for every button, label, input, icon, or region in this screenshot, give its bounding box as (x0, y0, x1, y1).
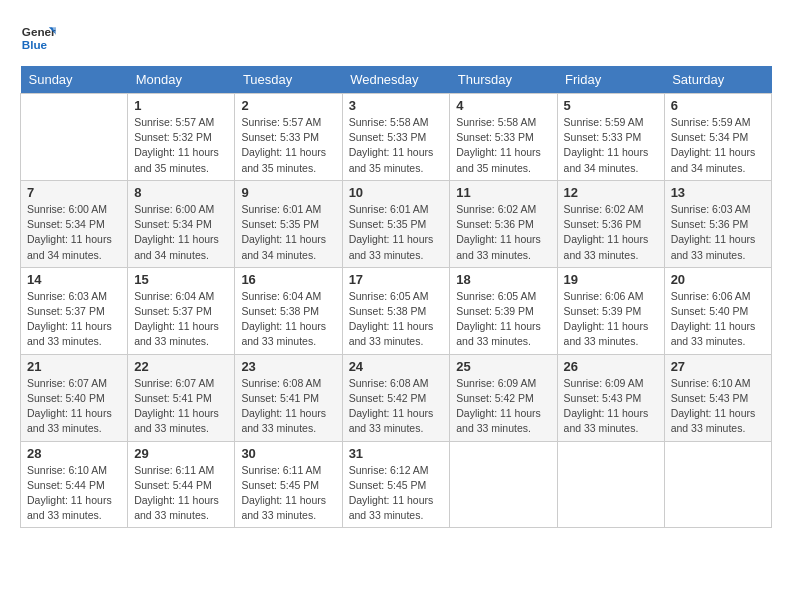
day-cell: 16 Sunrise: 6:04 AMSunset: 5:38 PMDaylig… (235, 267, 342, 354)
day-info: Sunrise: 5:59 AMSunset: 5:33 PMDaylight:… (564, 116, 649, 174)
day-info: Sunrise: 6:03 AMSunset: 5:37 PMDaylight:… (27, 290, 112, 348)
day-number: 12 (564, 185, 658, 200)
day-info: Sunrise: 6:05 AMSunset: 5:38 PMDaylight:… (349, 290, 434, 348)
day-info: Sunrise: 6:00 AMSunset: 5:34 PMDaylight:… (27, 203, 112, 261)
week-row-2: 7 Sunrise: 6:00 AMSunset: 5:34 PMDayligh… (21, 180, 772, 267)
day-cell: 28 Sunrise: 6:10 AMSunset: 5:44 PMDaylig… (21, 441, 128, 528)
day-info: Sunrise: 6:00 AMSunset: 5:34 PMDaylight:… (134, 203, 219, 261)
day-cell: 19 Sunrise: 6:06 AMSunset: 5:39 PMDaylig… (557, 267, 664, 354)
day-number: 5 (564, 98, 658, 113)
day-cell: 11 Sunrise: 6:02 AMSunset: 5:36 PMDaylig… (450, 180, 557, 267)
day-info: Sunrise: 5:57 AMSunset: 5:33 PMDaylight:… (241, 116, 326, 174)
day-number: 3 (349, 98, 444, 113)
day-number: 2 (241, 98, 335, 113)
day-number: 9 (241, 185, 335, 200)
day-info: Sunrise: 6:04 AMSunset: 5:38 PMDaylight:… (241, 290, 326, 348)
day-info: Sunrise: 6:06 AMSunset: 5:40 PMDaylight:… (671, 290, 756, 348)
day-number: 15 (134, 272, 228, 287)
logo: General Blue (20, 20, 56, 56)
day-number: 25 (456, 359, 550, 374)
day-cell (557, 441, 664, 528)
day-number: 7 (27, 185, 121, 200)
page-header: General Blue (20, 20, 772, 56)
day-cell: 20 Sunrise: 6:06 AMSunset: 5:40 PMDaylig… (664, 267, 771, 354)
day-cell: 17 Sunrise: 6:05 AMSunset: 5:38 PMDaylig… (342, 267, 450, 354)
day-info: Sunrise: 6:07 AMSunset: 5:40 PMDaylight:… (27, 377, 112, 435)
day-info: Sunrise: 6:02 AMSunset: 5:36 PMDaylight:… (564, 203, 649, 261)
day-cell: 6 Sunrise: 5:59 AMSunset: 5:34 PMDayligh… (664, 94, 771, 181)
day-info: Sunrise: 6:04 AMSunset: 5:37 PMDaylight:… (134, 290, 219, 348)
week-row-4: 21 Sunrise: 6:07 AMSunset: 5:40 PMDaylig… (21, 354, 772, 441)
day-number: 26 (564, 359, 658, 374)
day-info: Sunrise: 6:10 AMSunset: 5:44 PMDaylight:… (27, 464, 112, 522)
day-info: Sunrise: 6:05 AMSunset: 5:39 PMDaylight:… (456, 290, 541, 348)
day-cell: 5 Sunrise: 5:59 AMSunset: 5:33 PMDayligh… (557, 94, 664, 181)
day-number: 22 (134, 359, 228, 374)
day-cell: 26 Sunrise: 6:09 AMSunset: 5:43 PMDaylig… (557, 354, 664, 441)
day-info: Sunrise: 6:03 AMSunset: 5:36 PMDaylight:… (671, 203, 756, 261)
day-number: 16 (241, 272, 335, 287)
day-cell: 21 Sunrise: 6:07 AMSunset: 5:40 PMDaylig… (21, 354, 128, 441)
day-info: Sunrise: 6:07 AMSunset: 5:41 PMDaylight:… (134, 377, 219, 435)
day-info: Sunrise: 6:11 AMSunset: 5:45 PMDaylight:… (241, 464, 326, 522)
week-row-1: 1 Sunrise: 5:57 AMSunset: 5:32 PMDayligh… (21, 94, 772, 181)
day-cell: 25 Sunrise: 6:09 AMSunset: 5:42 PMDaylig… (450, 354, 557, 441)
day-info: Sunrise: 6:08 AMSunset: 5:42 PMDaylight:… (349, 377, 434, 435)
header-friday: Friday (557, 66, 664, 94)
day-cell: 3 Sunrise: 5:58 AMSunset: 5:33 PMDayligh… (342, 94, 450, 181)
day-cell: 18 Sunrise: 6:05 AMSunset: 5:39 PMDaylig… (450, 267, 557, 354)
day-number: 29 (134, 446, 228, 461)
day-info: Sunrise: 6:10 AMSunset: 5:43 PMDaylight:… (671, 377, 756, 435)
day-number: 20 (671, 272, 765, 287)
day-cell: 31 Sunrise: 6:12 AMSunset: 5:45 PMDaylig… (342, 441, 450, 528)
header-sunday: Sunday (21, 66, 128, 94)
day-number: 13 (671, 185, 765, 200)
day-cell: 29 Sunrise: 6:11 AMSunset: 5:44 PMDaylig… (128, 441, 235, 528)
day-info: Sunrise: 6:01 AMSunset: 5:35 PMDaylight:… (241, 203, 326, 261)
header-thursday: Thursday (450, 66, 557, 94)
svg-text:Blue: Blue (22, 38, 48, 51)
day-number: 18 (456, 272, 550, 287)
header-saturday: Saturday (664, 66, 771, 94)
day-info: Sunrise: 6:01 AMSunset: 5:35 PMDaylight:… (349, 203, 434, 261)
day-info: Sunrise: 5:58 AMSunset: 5:33 PMDaylight:… (349, 116, 434, 174)
day-number: 1 (134, 98, 228, 113)
day-cell: 30 Sunrise: 6:11 AMSunset: 5:45 PMDaylig… (235, 441, 342, 528)
day-number: 30 (241, 446, 335, 461)
week-row-5: 28 Sunrise: 6:10 AMSunset: 5:44 PMDaylig… (21, 441, 772, 528)
day-info: Sunrise: 6:08 AMSunset: 5:41 PMDaylight:… (241, 377, 326, 435)
day-cell (664, 441, 771, 528)
day-cell: 10 Sunrise: 6:01 AMSunset: 5:35 PMDaylig… (342, 180, 450, 267)
day-number: 24 (349, 359, 444, 374)
day-cell: 15 Sunrise: 6:04 AMSunset: 5:37 PMDaylig… (128, 267, 235, 354)
day-number: 10 (349, 185, 444, 200)
day-number: 11 (456, 185, 550, 200)
day-cell (21, 94, 128, 181)
day-info: Sunrise: 6:09 AMSunset: 5:42 PMDaylight:… (456, 377, 541, 435)
day-cell: 14 Sunrise: 6:03 AMSunset: 5:37 PMDaylig… (21, 267, 128, 354)
day-cell: 13 Sunrise: 6:03 AMSunset: 5:36 PMDaylig… (664, 180, 771, 267)
day-cell: 8 Sunrise: 6:00 AMSunset: 5:34 PMDayligh… (128, 180, 235, 267)
day-cell: 23 Sunrise: 6:08 AMSunset: 5:41 PMDaylig… (235, 354, 342, 441)
day-info: Sunrise: 6:02 AMSunset: 5:36 PMDaylight:… (456, 203, 541, 261)
day-info: Sunrise: 6:11 AMSunset: 5:44 PMDaylight:… (134, 464, 219, 522)
day-number: 19 (564, 272, 658, 287)
day-cell: 27 Sunrise: 6:10 AMSunset: 5:43 PMDaylig… (664, 354, 771, 441)
day-number: 23 (241, 359, 335, 374)
week-row-3: 14 Sunrise: 6:03 AMSunset: 5:37 PMDaylig… (21, 267, 772, 354)
day-number: 17 (349, 272, 444, 287)
svg-text:General: General (22, 25, 56, 38)
day-cell (450, 441, 557, 528)
logo-icon: General Blue (20, 20, 56, 56)
calendar-table: SundayMondayTuesdayWednesdayThursdayFrid… (20, 66, 772, 528)
day-info: Sunrise: 6:06 AMSunset: 5:39 PMDaylight:… (564, 290, 649, 348)
day-info: Sunrise: 6:12 AMSunset: 5:45 PMDaylight:… (349, 464, 434, 522)
day-cell: 2 Sunrise: 5:57 AMSunset: 5:33 PMDayligh… (235, 94, 342, 181)
day-number: 6 (671, 98, 765, 113)
header-tuesday: Tuesday (235, 66, 342, 94)
day-info: Sunrise: 5:57 AMSunset: 5:32 PMDaylight:… (134, 116, 219, 174)
day-info: Sunrise: 5:58 AMSunset: 5:33 PMDaylight:… (456, 116, 541, 174)
header-monday: Monday (128, 66, 235, 94)
weekday-header-row: SundayMondayTuesdayWednesdayThursdayFrid… (21, 66, 772, 94)
day-number: 14 (27, 272, 121, 287)
